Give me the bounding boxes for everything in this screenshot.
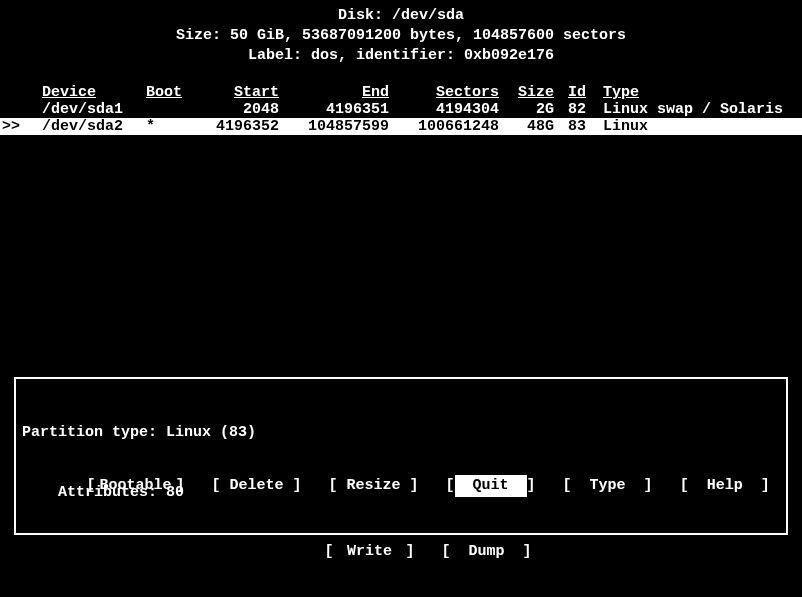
table-row[interactable]: >> /dev/sda2 * 4196352 104857599 1006612… <box>0 118 802 135</box>
col-size: Size <box>511 84 566 101</box>
menu-dump[interactable]: [Dump] <box>442 541 532 563</box>
disk-prefix: Disk: <box>338 7 392 24</box>
table-header-row: Device Boot Start End Sectors Size Id Ty… <box>0 84 802 101</box>
menu-delete[interactable]: [Delete] <box>211 475 301 497</box>
menu-row-2: [Write] [Dump] <box>288 519 531 585</box>
col-device: Device <box>36 84 146 101</box>
disk-label-line: Label: dos, identifier: 0xb092e176 <box>0 46 802 66</box>
col-sectors: Sectors <box>401 84 511 101</box>
cell-type: Linux swap / Solaris <box>601 101 802 118</box>
cell-boot <box>146 101 201 118</box>
cell-size: 48G <box>511 118 566 135</box>
row-marker: >> <box>0 118 36 135</box>
row-marker <box>0 101 36 118</box>
col-id: Id <box>566 84 601 101</box>
col-start: Start <box>201 84 291 101</box>
cell-sectors: 4194304 <box>401 101 511 118</box>
disk-header: Disk: /dev/sda Size: 50 GiB, 53687091200… <box>0 0 802 66</box>
col-type: Type <box>601 84 802 101</box>
col-end: End <box>291 84 401 101</box>
table-row[interactable]: /dev/sda1 2048 4196351 4194304 2G 82 Lin… <box>0 101 802 118</box>
menu-quit[interactable]: [Quit] <box>446 475 536 497</box>
partition-table: Device Boot Start End Sectors Size Id Ty… <box>0 84 802 135</box>
cell-type: Linux <box>601 118 802 135</box>
menu-row-1: [Bootable] [Delete] [Resize] [Quit] [Typ… <box>50 453 769 519</box>
menu-type[interactable]: [Type] <box>563 475 653 497</box>
cell-device: /dev/sda2 <box>36 118 146 135</box>
menu-help[interactable]: [Help] <box>680 475 770 497</box>
col-boot: Boot <box>146 84 201 101</box>
disk-size-line: Size: 50 GiB, 53687091200 bytes, 1048576… <box>0 26 802 46</box>
cell-sectors: 100661248 <box>401 118 511 135</box>
cell-boot: * <box>146 118 201 135</box>
cell-id: 83 <box>566 118 601 135</box>
cell-start: 2048 <box>201 101 291 118</box>
menu-bootable[interactable]: [Bootable] <box>86 475 184 497</box>
cell-end: 104857599 <box>291 118 401 135</box>
cell-start: 4196352 <box>201 118 291 135</box>
bottom-menu: [Bootable] [Delete] [Resize] [Quit] [Typ… <box>0 431 802 585</box>
cell-id: 82 <box>566 101 601 118</box>
cell-end: 4196351 <box>291 101 401 118</box>
cell-device: /dev/sda1 <box>36 101 146 118</box>
menu-write[interactable]: [Write] <box>324 541 414 563</box>
disk-path: /dev/sda <box>392 7 464 24</box>
cell-size: 2G <box>511 101 566 118</box>
menu-resize[interactable]: [Resize] <box>328 475 418 497</box>
